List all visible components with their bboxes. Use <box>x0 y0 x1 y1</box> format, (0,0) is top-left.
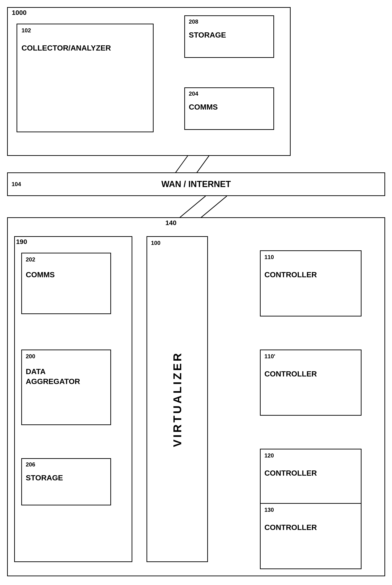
title-110p: CONTROLLER <box>264 369 317 379</box>
title-102: COLLECTOR/ANALYZER <box>22 43 111 53</box>
title-100: VIRTUALIZER <box>147 237 207 561</box>
number-110p: 110' <box>264 353 275 360</box>
title-208: STORAGE <box>189 30 226 40</box>
box-208: 208 STORAGE <box>184 15 274 58</box>
label-140: 140 <box>166 219 176 227</box>
title-204: COMMS <box>189 102 218 112</box>
box-130: 130 CONTROLLER <box>260 503 362 569</box>
box-110: 110 CONTROLLER <box>260 250 362 316</box>
number-130: 130 <box>264 507 274 513</box>
box-104: 104 WAN / INTERNET <box>7 172 385 196</box>
label-190: 190 <box>16 238 27 246</box>
box-204: 204 COMMS <box>184 87 274 130</box>
title-202: COMMS <box>26 270 55 280</box>
box-206: 206 STORAGE <box>21 458 111 506</box>
svg-line-14 <box>198 196 227 220</box>
number-204: 204 <box>189 90 198 97</box>
box-110p: 110' CONTROLLER <box>260 350 362 416</box>
number-202: 202 <box>26 256 35 263</box>
svg-line-12 <box>177 196 206 220</box>
box-202: 202 COMMS <box>21 253 111 314</box>
title-206: STORAGE <box>26 473 63 483</box>
number-120: 120 <box>264 452 274 459</box>
number-110: 110 <box>264 254 274 260</box>
box-102: 102 COLLECTOR/ANALYZER <box>16 24 154 132</box>
number-206: 206 <box>26 461 35 468</box>
title-110: CONTROLLER <box>264 270 317 280</box>
title-120: CONTROLLER <box>264 468 317 478</box>
number-102: 102 <box>22 27 31 34</box>
label-1000: 1000 <box>12 9 26 16</box>
box-200: 200 DATA AGGREGATOR <box>21 350 111 425</box>
box-100: 100 VIRTUALIZER <box>146 236 208 562</box>
number-200: 200 <box>26 353 35 360</box>
diagram-container: 1000 102 COLLECTOR/ANALYZER 208 STORAGE … <box>0 0 392 585</box>
title-200: DATA AGGREGATOR <box>26 367 80 386</box>
title-130: CONTROLLER <box>264 523 317 533</box>
title-104: WAN / INTERNET <box>162 179 231 190</box>
number-104: 104 <box>12 181 21 187</box>
number-208: 208 <box>189 18 198 25</box>
